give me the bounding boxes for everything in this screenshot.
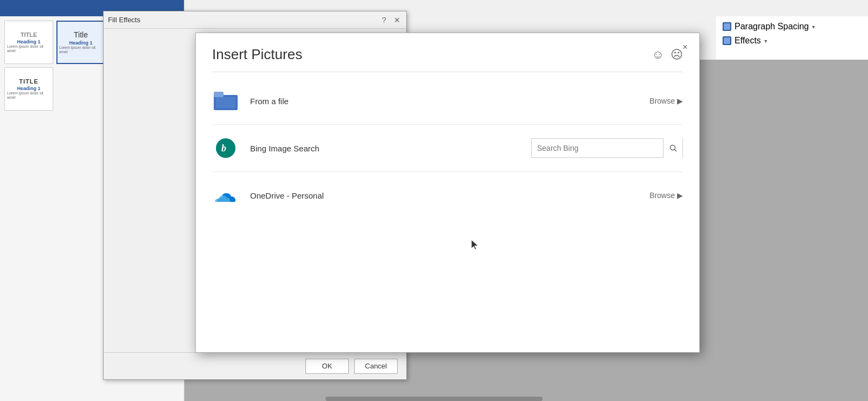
insert-pictures-close-button[interactable]: × <box>679 41 692 54</box>
from-file-browse-link[interactable]: Browse ▶ <box>649 97 683 105</box>
header-separator <box>212 72 683 72</box>
paragraph-spacing-icon <box>723 22 731 31</box>
bing-icon: b <box>216 138 235 158</box>
bottom-scrollbar[interactable] <box>326 397 542 401</box>
from-file-icon-wrapper <box>212 87 239 114</box>
bing-search-label: Bing Image Search <box>250 144 520 153</box>
fill-effects-footer: OK Cancel <box>104 352 406 379</box>
bing-icon-wrapper: b <box>212 135 239 162</box>
style-item-title-2[interactable]: Title Heading 1 Lorem ipsum dolor sit am… <box>56 21 105 64</box>
effects-chevron: ▾ <box>764 38 767 44</box>
ribbon-section: Paragraph Spacing ▾ Effects ▾ <box>716 16 868 60</box>
from-file-icon <box>214 91 238 111</box>
insert-pictures-dialog[interactable]: × Insert Pictures ☺ ☹ From a file Browse… <box>195 33 700 353</box>
search-bing-wrapper <box>531 138 683 158</box>
source-list: From a file Browse ▶ b Bing Image Search <box>196 78 699 219</box>
svg-rect-1 <box>214 92 224 97</box>
from-file-browse-arrow: ▶ <box>677 97 683 105</box>
source-item-from-file: From a file Browse ▶ <box>212 78 683 125</box>
source-item-onedrive: OneDrive - Personal Browse ▶ <box>212 172 683 219</box>
style-item-title-4[interactable]: TITLE Heading 1 Lorem ipsum dolor sit am… <box>4 67 53 111</box>
fill-effects-help-icon[interactable]: ? <box>379 15 389 25</box>
source-item-bing: b Bing Image Search <box>212 125 683 172</box>
cursor-icon <box>471 240 480 251</box>
svg-text:b: b <box>221 143 226 154</box>
fill-effects-close-icon[interactable]: ✕ <box>392 15 402 25</box>
happy-face-icon: ☺ <box>652 48 664 62</box>
fill-effects-titlebar-icons: ? ✕ <box>379 15 402 25</box>
onedrive-label: OneDrive - Personal <box>250 191 639 200</box>
search-icon <box>669 144 677 152</box>
bing-svg: b <box>220 142 232 154</box>
fill-effects-titlebar: Fill Effects ? ✕ <box>104 11 406 29</box>
paragraph-spacing-row[interactable]: Paragraph Spacing ▾ <box>720 21 864 33</box>
from-file-label: From a file <box>250 97 639 106</box>
cursor-container <box>471 240 480 253</box>
onedrive-browse-arrow: ▶ <box>677 191 683 200</box>
onedrive-browse-link[interactable]: Browse ▶ <box>649 191 683 200</box>
svg-rect-2 <box>216 97 235 108</box>
svg-line-5 <box>674 150 676 152</box>
fill-effects-title: Fill Effects <box>108 16 141 24</box>
paragraph-spacing-label: Paragraph Spacing <box>735 22 809 31</box>
insert-pictures-header: Insert Pictures ☺ ☹ <box>196 33 699 72</box>
from-file-browse-label: Browse <box>649 97 675 105</box>
onedrive-browse-label: Browse <box>649 191 675 200</box>
fill-effects-ok-button[interactable]: OK <box>305 359 349 374</box>
fill-effects-cancel-button[interactable]: Cancel <box>354 359 398 374</box>
onedrive-icon <box>213 187 239 204</box>
effects-icon <box>723 36 731 45</box>
effects-row[interactable]: Effects ▾ <box>720 35 864 47</box>
paragraph-spacing-chevron: ▾ <box>812 24 815 30</box>
svg-point-4 <box>670 145 675 150</box>
search-bing-input[interactable] <box>532 144 663 152</box>
onedrive-icon-wrapper <box>212 182 239 209</box>
insert-pictures-title: Insert Pictures <box>212 46 302 63</box>
effects-label: Effects <box>735 36 761 46</box>
search-bing-button[interactable] <box>663 138 682 158</box>
style-item-title-1[interactable]: TITLE Heading 1 Lorem ipsum dolor sit am… <box>4 21 53 64</box>
